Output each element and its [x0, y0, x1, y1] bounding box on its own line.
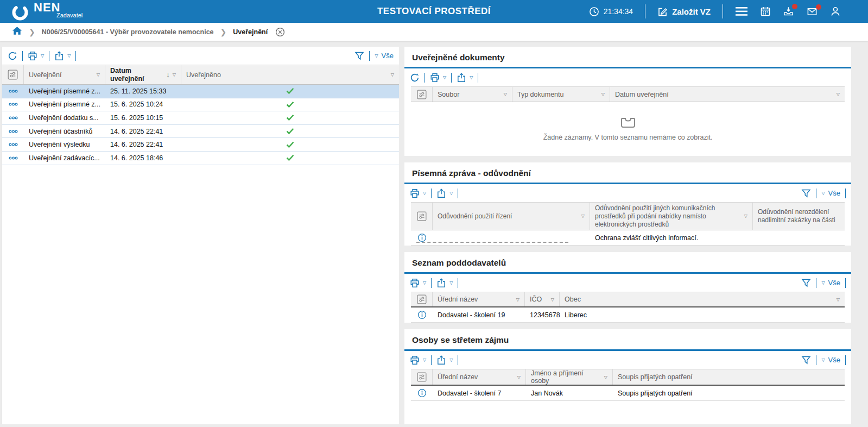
report-row[interactable]: Ochrana zvlášť citlivých informací.: [411, 230, 845, 246]
filter-dropdown-icon[interactable]: ▽: [581, 214, 585, 219]
filter-dropdown-icon[interactable]: ▽: [516, 297, 519, 302]
subcontractor-row[interactable]: Dodavatel - školení 19 12345678 Liberec: [411, 307, 845, 323]
refresh-icon[interactable]: [410, 73, 420, 83]
dropdown-icon[interactable]: ▽: [67, 53, 71, 58]
column-header-communication-justification[interactable]: Odůvodnění použití jiných komunikačních …: [590, 203, 753, 230]
dropdown-icon[interactable]: ▽: [423, 357, 426, 362]
column-settings-button[interactable]: [411, 369, 433, 385]
publication-row[interactable]: Uveřejnění výsledku 14. 6. 2025 22:41: [2, 138, 399, 152]
nen-logo[interactable]: NEN Zadavatel: [0, 2, 83, 22]
dropdown-icon[interactable]: ▽: [41, 53, 44, 58]
share-icon[interactable]: [436, 355, 446, 365]
column-header-city[interactable]: Obec▽: [560, 292, 845, 306]
filter-dropdown-icon[interactable]: ▽: [601, 92, 605, 97]
column-settings-button[interactable]: [2, 65, 24, 84]
printer-icon[interactable]: [410, 189, 420, 198]
printer-icon[interactable]: [410, 278, 420, 288]
view-all-dropdown[interactable]: ▽ Vše: [375, 52, 394, 60]
publication-date: 14. 6. 2025 22:41: [105, 128, 181, 135]
profile-button[interactable]: [830, 6, 841, 17]
column-header-published[interactable]: Uveřejněno▽: [181, 65, 399, 84]
info-icon[interactable]: [411, 233, 433, 242]
filter-dropdown-icon[interactable]: ▽: [517, 375, 521, 380]
new-vz-button[interactable]: Založit VZ: [657, 7, 711, 17]
column-header-file[interactable]: Soubor▽: [433, 87, 512, 102]
row-menu-icon[interactable]: [2, 103, 24, 106]
row-menu-icon[interactable]: [2, 156, 24, 160]
view-all-dropdown[interactable]: ▽ Vše: [821, 356, 840, 364]
calendar-icon: [760, 6, 771, 17]
close-tab-icon[interactable]: [275, 27, 285, 37]
filter-dropdown-icon[interactable]: ▽: [97, 72, 100, 77]
report-toolbar: ▽ ▽ ▽ Vše: [404, 184, 851, 202]
info-icon[interactable]: [411, 388, 433, 398]
column-settings-button[interactable]: [411, 203, 433, 230]
column-header-measures[interactable]: Soupis přijatých opatření: [613, 369, 845, 385]
dropdown-icon[interactable]: ▽: [443, 75, 446, 80]
view-all-dropdown[interactable]: ▽ Vše: [821, 189, 840, 197]
printer-icon[interactable]: [410, 355, 420, 365]
column-header-type[interactable]: Typ dokumentu▽: [512, 87, 610, 102]
row-menu-icon[interactable]: [2, 130, 24, 133]
column-header-date[interactable]: Datum uveřejnění ↓ ▽: [105, 65, 181, 84]
row-menu-icon[interactable]: [2, 90, 24, 93]
share-icon[interactable]: [54, 51, 64, 61]
row-menu-icon[interactable]: [2, 143, 24, 146]
inbox-button[interactable]: [783, 6, 794, 17]
filter-dropdown-icon[interactable]: ▽: [551, 297, 554, 302]
filter-dropdown-icon[interactable]: ▽: [504, 92, 507, 97]
publication-row[interactable]: Uveřejnění dodatku s... 15. 6. 2025 10:1…: [2, 111, 399, 125]
publication-row[interactable]: Uveřejnění písemné z... 25. 11. 2025 15:…: [2, 85, 399, 98]
filter-dropdown-icon[interactable]: ▽: [173, 72, 176, 77]
printer-icon[interactable]: [28, 51, 37, 61]
dropdown-icon[interactable]: ▽: [449, 280, 453, 285]
dropdown-icon[interactable]: ▽: [423, 280, 426, 285]
filter-dropdown-icon[interactable]: ▽: [837, 92, 840, 97]
dropdown-icon[interactable]: ▽: [449, 191, 453, 196]
dropdown-icon[interactable]: ▽: [470, 75, 473, 80]
share-icon[interactable]: [436, 189, 446, 198]
column-header-division-justification[interactable]: Odůvodnění nerozdělení nadlimitní zakázk…: [753, 203, 845, 230]
row-menu-icon[interactable]: [2, 116, 24, 120]
messages-button[interactable]: [806, 7, 818, 17]
funnel-icon[interactable]: [801, 278, 811, 288]
toolbar-divider: [478, 73, 478, 83]
section-title: Osoby se střetem zájmu: [404, 329, 851, 349]
toolbar-divider: [431, 278, 432, 288]
dropdown-icon[interactable]: ▽: [449, 357, 453, 362]
share-icon[interactable]: [436, 278, 446, 288]
column-header-publication[interactable]: Uveřejnění▽: [24, 65, 105, 84]
filter-dropdown-icon[interactable]: ▽: [744, 214, 747, 219]
view-all-label: Vše: [828, 189, 840, 197]
funnel-icon[interactable]: [801, 189, 811, 198]
column-settings-button[interactable]: [411, 292, 433, 306]
column-header-date[interactable]: Datum uveřejnění▽: [610, 87, 845, 102]
funnel-icon[interactable]: [801, 355, 811, 365]
filter-dropdown-icon[interactable]: ▽: [837, 297, 840, 302]
home-icon[interactable]: [12, 26, 22, 37]
column-header-official-name[interactable]: Úřední název▽: [433, 369, 526, 385]
publication-row[interactable]: Uveřejnění zadávacíc... 14. 6. 2025 18:4…: [2, 152, 399, 165]
dropdown-icon[interactable]: ▽: [423, 191, 426, 196]
column-header-procedure-justification[interactable]: Odůvodnění použití řízení▽: [433, 203, 590, 230]
main-menu-button[interactable]: [735, 7, 748, 16]
filter-dropdown-icon[interactable]: ▽: [391, 72, 394, 77]
funnel-icon[interactable]: [354, 51, 364, 61]
toolbar-divider: [22, 51, 23, 61]
publication-row[interactable]: Uveřejnění účastníků 14. 6. 2025 22:41: [2, 125, 399, 139]
filter-dropdown-icon[interactable]: ▽: [604, 375, 607, 380]
column-header-person-name[interactable]: Jméno a příjmení osoby▽: [526, 369, 613, 385]
column-settings-button[interactable]: [411, 87, 433, 102]
share-icon[interactable]: [457, 73, 466, 83]
conflict-person-row[interactable]: Dodavatel - školení 7 Jan Novák Soupis p…: [411, 386, 845, 401]
info-icon[interactable]: [411, 310, 433, 319]
refresh-icon[interactable]: [8, 51, 17, 61]
breadcrumb-item-tender[interactable]: N006/25/V00005641 - Výběr provozovatele …: [42, 28, 214, 36]
sort-desc-icon[interactable]: ↓: [166, 71, 170, 79]
publication-row[interactable]: Uveřejnění písemné z... 15. 6. 2025 10:2…: [2, 98, 399, 112]
printer-icon[interactable]: [430, 73, 440, 83]
column-header-official-name[interactable]: Úřední název▽: [433, 292, 525, 306]
column-header-ico[interactable]: IČO▽: [525, 292, 560, 306]
calendar-button[interactable]: [760, 6, 771, 17]
view-all-dropdown[interactable]: ▽ Vše: [821, 279, 840, 287]
